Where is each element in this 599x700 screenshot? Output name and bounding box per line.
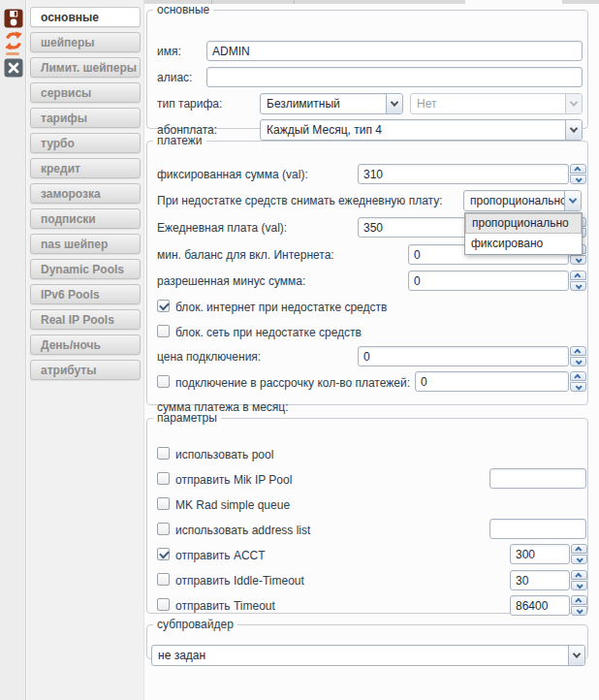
address-list-checkbox[interactable]: [157, 523, 170, 535]
section-payments-legend: платежи: [153, 134, 206, 147]
spin-down-button[interactable]: [571, 555, 587, 564]
address-list-input[interactable]: [489, 519, 586, 539]
mk-rad-label: MK Rad simple queue: [175, 498, 290, 512]
subprovider-select[interactable]: не задан: [151, 645, 585, 666]
allowed-minus-input[interactable]: [408, 270, 569, 291]
sidebar-tab-atributy[interactable]: атрибуты: [30, 360, 141, 380]
spin-up-button[interactable]: [571, 544, 587, 554]
timeout-checkbox[interactable]: [157, 598, 170, 611]
alias-input[interactable]: [206, 67, 583, 87]
section-main: основные имя: алиас: тип тарифа: Безлими…: [146, 3, 588, 129]
tariff-type-value: Безлимитный: [261, 94, 386, 113]
sidebar-tab-tarify[interactable]: тарифы: [30, 108, 141, 128]
conn-price-input[interactable]: [358, 346, 569, 366]
acct-checkbox[interactable]: [157, 548, 170, 560]
sidebar: основные шейперы Лимит. шейперы сервисы …: [27, 0, 144, 700]
sidebar-tab-nas-shejper[interactable]: nas шейпер: [30, 234, 141, 254]
toolbar-divider: [6, 52, 19, 55]
dropdown-option-fixed[interactable]: фиксировано: [465, 234, 582, 254]
spin-up-button[interactable]: [571, 570, 587, 580]
idle-timeout-spinner: [510, 570, 587, 590]
block-internet-label: блок. интернет при недостатке средств: [175, 301, 387, 314]
chevron-down-icon[interactable]: [564, 191, 581, 210]
section-subprovider-legend: субпровайдер: [153, 618, 237, 631]
spin-up-button[interactable]: [570, 164, 586, 174]
allowed-minus-label: разрешенная минус сумма:: [157, 274, 305, 288]
idle-timeout-input[interactable]: [510, 570, 570, 590]
spin-down-button[interactable]: [571, 581, 587, 590]
fixed-sum-input[interactable]: [358, 164, 569, 184]
sidebar-tab-zamorozka[interactable]: заморозка: [30, 183, 141, 204]
daily-mode-select[interactable]: пропорционально: [463, 190, 582, 211]
spin-down-button[interactable]: [570, 281, 586, 291]
sidebar-tab-real-ip-pools[interactable]: Real IP Pools: [30, 309, 141, 330]
tariff-subtype-select: Нет: [410, 93, 583, 114]
save-button[interactable]: [4, 9, 23, 28]
daily-mode-value: пропорционально: [464, 191, 564, 210]
sidebar-tab-den-noch[interactable]: День/ночь: [30, 334, 141, 355]
daily-mode-dropdown: пропорционально фиксировано: [464, 212, 583, 255]
mik-ip-pool-input[interactable]: [489, 468, 586, 489]
chevron-down-icon[interactable]: [568, 646, 584, 665]
allowed-minus-spinner: [408, 270, 586, 291]
spin-up-button[interactable]: [570, 270, 586, 280]
section-parameters-legend: параметры: [153, 411, 221, 425]
spin-down-button[interactable]: [570, 175, 586, 184]
tariff-subtype-value: Нет: [411, 94, 565, 113]
idle-timeout-label: отправить Iddle-Timeout: [175, 574, 304, 588]
use-pool-checkbox[interactable]: [157, 447, 170, 460]
name-input[interactable]: [206, 41, 583, 61]
installments-input[interactable]: [415, 371, 569, 392]
dropdown-option-proportional[interactable]: пропорционально: [465, 213, 582, 234]
save-floppy-icon: [4, 17, 23, 31]
timeout-input[interactable]: [510, 595, 570, 616]
use-pool-label: использовать pool: [175, 448, 273, 461]
refresh-button[interactable]: [4, 31, 23, 50]
fixed-sum-spinner: [358, 164, 586, 184]
section-main-legend: основные: [153, 3, 213, 16]
mik-ip-pool-label: отправить Mik IP Pool: [175, 473, 292, 487]
sidebar-tab-limit-shejpery[interactable]: Лимит. шейперы: [30, 57, 141, 78]
section-subprovider: субпровайдер не задан: [146, 618, 588, 659]
timeout-spinner: [510, 595, 587, 616]
conn-price-label: цена подключения:: [157, 350, 261, 364]
chevron-down-icon: [565, 94, 582, 113]
spin-up-button[interactable]: [570, 346, 586, 356]
sidebar-tab-kredit[interactable]: кредит: [30, 158, 141, 178]
close-button[interactable]: [4, 58, 23, 78]
sidebar-tab-turbo[interactable]: турбо: [30, 133, 141, 153]
sidebar-tab-dynamic-pools[interactable]: Dynamic Pools: [30, 259, 141, 279]
fixed-sum-label: фиксированная сумма (val):: [157, 168, 308, 181]
min-balance-label: мин. баланс для вкл. Интернета:: [157, 248, 334, 262]
sidebar-tab-podpiski[interactable]: подписки: [30, 208, 141, 229]
refresh-arrows-icon: [4, 40, 23, 53]
block-network-checkbox[interactable]: [157, 325, 170, 337]
mk-rad-checkbox[interactable]: [157, 497, 170, 510]
block-network-label: блок. сеть при недостатке средств: [175, 326, 362, 339]
installments-label: подключение в рассрочку кол-во платежей:: [175, 376, 410, 390]
spin-down-button[interactable]: [571, 606, 587, 616]
spin-down-button[interactable]: [570, 255, 586, 265]
alias-label: алиас:: [157, 71, 192, 84]
close-x-icon: [4, 67, 23, 80]
spin-up-button[interactable]: [570, 371, 586, 381]
sidebar-tab-servisy[interactable]: сервисы: [30, 82, 141, 103]
daily-mode-label: При недостатке средств снимать ежедневну…: [157, 194, 443, 207]
tariff-type-select[interactable]: Безлимитный: [260, 93, 403, 114]
sidebar-tab-osnovnye[interactable]: основные: [30, 7, 141, 27]
conn-price-spinner: [358, 346, 586, 366]
spin-down-button[interactable]: [570, 357, 586, 366]
sidebar-tab-ipv6-pools[interactable]: IPv6 Pools: [30, 284, 141, 304]
block-internet-checkbox[interactable]: [157, 300, 170, 312]
chevron-down-icon[interactable]: [386, 94, 402, 113]
section-parameters: параметры использовать pool отправить Mi…: [146, 411, 588, 614]
toolbar: [0, 0, 26, 700]
subprovider-value: не задан: [152, 646, 568, 665]
installments-checkbox[interactable]: [157, 375, 170, 388]
idle-timeout-checkbox[interactable]: [157, 573, 170, 586]
sidebar-tab-shejpery[interactable]: шейперы: [30, 32, 141, 52]
mik-ip-pool-checkbox[interactable]: [157, 472, 170, 485]
spin-down-button[interactable]: [570, 382, 586, 392]
spin-up-button[interactable]: [571, 595, 587, 605]
acct-input[interactable]: [510, 544, 570, 564]
